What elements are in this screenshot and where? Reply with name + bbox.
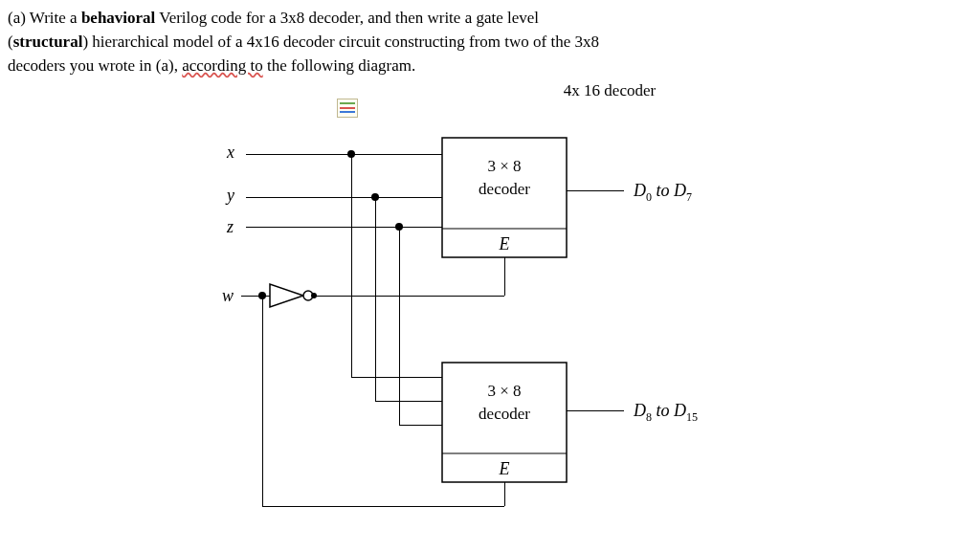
svg-marker-10 [270,284,303,307]
svg-text:3 × 8: 3 × 8 [487,382,521,400]
output-bottom-label: D8 to D15 [634,401,698,425]
spellcheck-underline: according to [182,56,263,75]
svg-text:decoder: decoder [479,405,530,423]
text: Verilog code for a 3x8 decoder, and then… [155,9,539,27]
svg-text:3 × 8: 3 × 8 [487,157,521,175]
bold-behavioral: behavioral [81,9,155,27]
text: (a) Write a [8,9,81,27]
output-top-label: D0 to D7 [634,181,692,205]
diagram-title: 4x 16 decoder [247,81,972,100]
svg-text:E: E [499,234,510,253]
text: decoders you wrote in (a), [8,56,182,75]
svg-text:decoder: decoder [479,180,530,198]
diagram-svg: 3 × 8 decoder E 3 × 8 decoder E [59,104,921,516]
text: ) hierarchical model of a 4x16 decoder c… [82,33,599,51]
bold-structural: structural [13,33,83,51]
circuit-diagram: x y z w 3 × 8 decoder E 3 × 8 decoder E [59,104,921,516]
question-text: (a) Write a behavioral Verilog code for … [8,8,972,77]
svg-text:E: E [499,459,510,478]
text: the following diagram. [263,56,416,75]
